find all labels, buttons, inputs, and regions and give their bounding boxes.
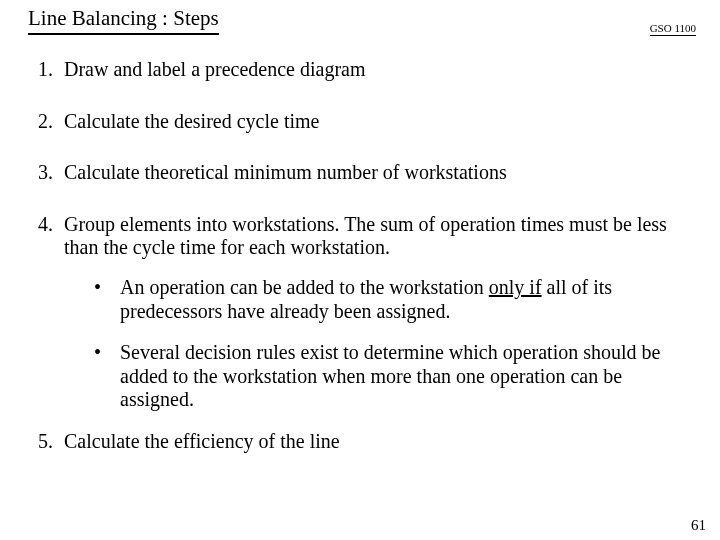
step-4-bullet-2: Several decision rules exist to determin…: [94, 341, 692, 412]
step-1: Draw and label a precedence diagram: [58, 58, 692, 82]
step-4-bullet-1: An operation can be added to the worksta…: [94, 276, 692, 323]
step-2: Calculate the desired cycle time: [58, 110, 692, 134]
course-code: GSO 1100: [650, 22, 696, 36]
page-number: 61: [691, 517, 706, 534]
slide: Line Balancing : Steps GSO 1100 Draw and…: [0, 0, 720, 540]
slide-title: Line Balancing : Steps: [28, 6, 219, 35]
step-5: Calculate the efficiency of the line: [58, 430, 692, 454]
step-3: Calculate theoretical minimum number of …: [58, 161, 692, 185]
b1-pre: An operation can be added to the worksta…: [120, 276, 489, 298]
step-4-sublist: An operation can be added to the worksta…: [64, 276, 692, 412]
steps-list: Draw and label a precedence diagram Calc…: [28, 58, 692, 454]
step-4: Group elements into workstations. The su…: [58, 213, 692, 412]
slide-body: Draw and label a precedence diagram Calc…: [28, 58, 692, 482]
b1-underline: only if: [489, 276, 542, 298]
step-4-text: Group elements into workstations. The su…: [64, 213, 667, 259]
